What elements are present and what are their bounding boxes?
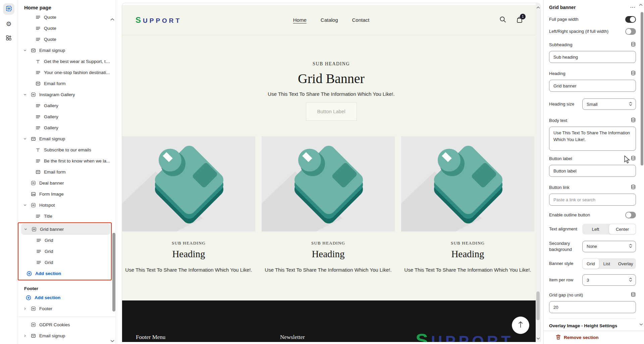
sidebar-item-grid[interactable]: Grid	[21, 246, 110, 257]
sidebar-item-quote[interactable]: Quote	[20, 23, 111, 34]
sidebar-item-email-form[interactable]: Email form	[20, 78, 111, 89]
sidebar-item-get-the-best-wear-at-support-th[interactable]: Get the best wear at Support, th...	[20, 56, 111, 67]
sidebar-item-deal-banner[interactable]: Deal banner	[20, 178, 111, 189]
sidebar-item-gdpr-cookies[interactable]: GDPR Cookies	[20, 319, 111, 330]
subheading-input[interactable]: Sub heading	[549, 51, 636, 63]
store-logo[interactable]: SUPPORT	[136, 15, 181, 25]
preview-scroll-up-icon[interactable]	[536, 4, 540, 10]
sidebar-item-gallery[interactable]: Gallery	[20, 122, 111, 133]
chevron-down-icon[interactable]	[24, 227, 29, 232]
sidebar-item-gallery[interactable]: Gallery	[20, 100, 111, 111]
sidebar-item-grid-banner[interactable]: Grid banner	[21, 224, 110, 235]
sidebar-item-add-section[interactable]: Add section	[20, 292, 111, 303]
rail-settings-button[interactable]: ⚙	[3, 18, 14, 29]
card-placeholder-image[interactable]	[401, 136, 534, 231]
full-page-width-label: Full page width	[549, 16, 578, 22]
section-settings-panel: Grid banner ⋯ Full page width Left/Right…	[543, 0, 644, 344]
sidebar-item-grid[interactable]: Grid	[21, 235, 110, 246]
rail-sections-button[interactable]	[3, 3, 14, 15]
rail-app-embeds-button[interactable]	[3, 33, 14, 44]
preview-scrollbar[interactable]	[536, 3, 540, 342]
dynamic-source-icon[interactable]	[631, 42, 636, 48]
text-icon	[36, 238, 41, 243]
sidebar-item-instagram-gallery[interactable]: Instagram Gallery	[20, 89, 111, 100]
banner-style-overlay-option[interactable]: Overlay	[614, 258, 637, 269]
chevron-right-icon[interactable]	[23, 306, 29, 312]
heading-input[interactable]: Grid banner	[549, 80, 636, 92]
hero-heading: Grid Banner	[122, 71, 540, 86]
banner-style-list-option[interactable]: List	[599, 258, 614, 269]
preview-scroll-down-icon[interactable]	[536, 335, 540, 341]
overlay-height-settings-header[interactable]: Overlay Image - Height Settings	[549, 323, 636, 328]
sidebar-item-email-signup[interactable]: Email signup	[20, 133, 111, 144]
scroll-to-top-button[interactable]	[512, 317, 529, 334]
enable-outline-toggle[interactable]	[625, 212, 636, 218]
sidebar-item-title[interactable]: Title	[20, 211, 111, 222]
dynamic-source-icon[interactable]	[631, 292, 636, 298]
dynamic-source-icon[interactable]	[631, 117, 636, 124]
sidebar-item-quote[interactable]: Quote	[20, 34, 111, 45]
lr-spacing-toggle[interactable]	[625, 28, 636, 35]
dynamic-source-icon[interactable]	[631, 155, 636, 162]
sidebar-item-gallery[interactable]: Gallery	[20, 111, 111, 122]
section-icon	[31, 92, 36, 97]
sidebar-item-add-section[interactable]: Add section	[21, 268, 110, 279]
editor-icon-rail: ⚙	[0, 0, 18, 344]
nav-link-catalog[interactable]: Catalog	[321, 17, 338, 23]
chevron-right-icon[interactable]	[23, 333, 29, 339]
panel-scroll-up-icon[interactable]	[639, 1, 643, 7]
sidebar-item-quote[interactable]: Quote	[20, 12, 111, 23]
sidebar-item-grid[interactable]: Grid	[21, 257, 110, 268]
sidebar-item-your-one-stop-fashion-destinati[interactable]: Your one-stop fashion destinati...	[20, 67, 111, 78]
remove-section-button[interactable]: Remove section	[544, 331, 644, 344]
sidebar-item-label: Your one-stop fashion destinati...	[44, 70, 110, 75]
preview-scrollbar-thumb[interactable]	[536, 291, 540, 320]
chevron-down-icon[interactable]	[23, 48, 29, 53]
chevron-down-icon[interactable]	[23, 92, 29, 97]
item-per-row-select[interactable]: 3	[582, 274, 636, 286]
body-text-textarea[interactable]: Use This Text To Share The Information W…	[549, 127, 636, 151]
sidebar-item-hotspot[interactable]: Hotspot	[20, 200, 111, 211]
nav-link-home[interactable]: Home	[293, 17, 307, 23]
hero-button[interactable]: Button Label	[306, 102, 357, 121]
sidebar-item-email-form[interactable]: Email form	[20, 166, 111, 178]
heading-icon	[35, 59, 41, 64]
align-left-option[interactable]: Left	[582, 224, 609, 234]
card-placeholder-image[interactable]	[122, 136, 255, 231]
sidebar-item-label: Title	[44, 214, 52, 219]
dynamic-source-icon[interactable]	[631, 70, 636, 77]
dynamic-source-icon[interactable]	[631, 184, 636, 191]
button-link-input[interactable]: Paste a link or search	[549, 194, 636, 206]
chevron-down-icon[interactable]	[23, 203, 29, 208]
panel-scroll-down-icon[interactable]	[639, 321, 643, 327]
sidebar-item-email-signup[interactable]: Email signup	[20, 330, 111, 341]
heading-size-select[interactable]: Small	[582, 98, 636, 110]
sidebar-item-be-the-first-to-know-when-we-la[interactable]: Be the first to know when we la...	[20, 155, 111, 166]
chevron-down-icon[interactable]	[23, 136, 29, 142]
secondary-background-select[interactable]: None	[582, 241, 636, 252]
align-center-option[interactable]: Center	[609, 224, 636, 234]
cart-bag-icon[interactable]: 1	[516, 16, 523, 24]
sidebar-item-subscribe-to-our-emails[interactable]: Subscribe to our emails	[20, 144, 111, 155]
sidebar-item-label: Be the first to know when we la...	[44, 158, 110, 163]
banner-style-grid-option[interactable]: Grid	[582, 258, 599, 269]
sidebar-scrollbar-thumb[interactable]	[112, 233, 115, 312]
sidebar-item-footer[interactable]: Footer	[20, 303, 111, 314]
sidebar-item-form-image[interactable]: Form Image	[20, 189, 111, 200]
button-label-input[interactable]: Button label	[549, 165, 636, 177]
stepper-icon	[629, 101, 633, 107]
sidebar-scroll-up-icon[interactable]	[110, 16, 114, 22]
nav-link-contact[interactable]: Contact	[352, 17, 370, 23]
ellipsis-menu-icon[interactable]: ⋯	[630, 6, 636, 9]
full-page-width-toggle[interactable]	[625, 16, 636, 23]
sidebar-item-email-signup[interactable]: Email signup	[20, 45, 111, 56]
settings-gear-icon: ⚙	[6, 21, 11, 27]
card-placeholder-image[interactable]	[262, 136, 395, 231]
grid-gap-input[interactable]: 20	[549, 301, 636, 313]
enable-outline-label: Enable outline button	[549, 212, 590, 218]
section-icon	[31, 322, 36, 328]
panel-scrollbar-thumb[interactable]	[641, 12, 643, 165]
sidebar-scroll-down-icon[interactable]	[110, 338, 114, 344]
tshirt-illustration	[401, 136, 534, 231]
search-icon[interactable]	[499, 16, 506, 24]
